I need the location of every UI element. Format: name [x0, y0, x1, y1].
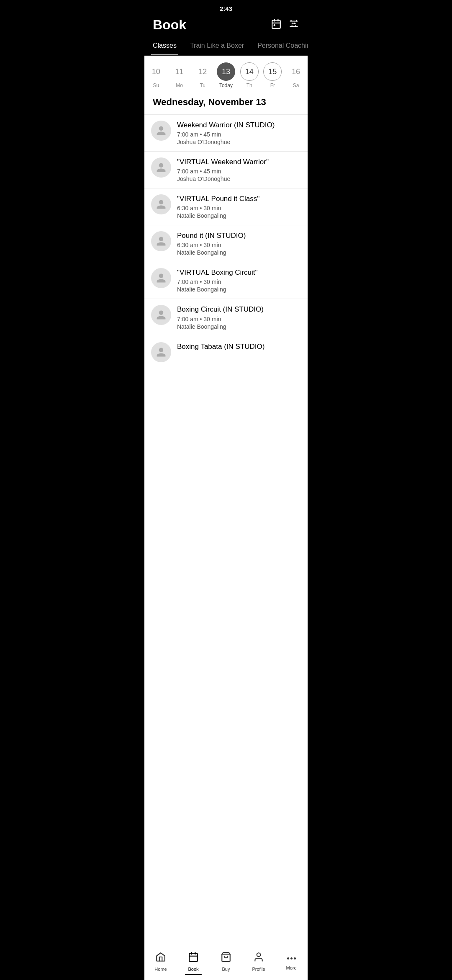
date-14[interactable]: 14 Th — [239, 62, 259, 88]
calendar-icon[interactable] — [271, 18, 282, 32]
date-12[interactable]: 12 Tu — [193, 62, 213, 88]
class-item[interactable]: "VIRTUAL Boxing Circuit" 7:00 am • 30 mi… — [144, 262, 308, 299]
buy-icon — [221, 952, 231, 965]
avatar — [151, 231, 171, 251]
nav-book-label: Book — [188, 967, 198, 972]
date-13[interactable]: 13 Today — [216, 62, 236, 88]
class-list: Weekend Warrior (IN STUDIO) 7:00 am • 45… — [144, 114, 308, 368]
class-item[interactable]: Weekend Warrior (IN STUDIO) 7:00 am • 45… — [144, 114, 308, 151]
svg-point-4 — [274, 25, 275, 26]
nav-home-label: Home — [154, 967, 167, 972]
nav-profile[interactable]: Profile — [242, 952, 275, 972]
more-icon — [287, 953, 296, 964]
home-icon — [155, 952, 166, 965]
page-title: Book — [153, 17, 186, 33]
date-16[interactable]: 16 Sa — [286, 62, 306, 88]
tab-train-like-boxer[interactable]: Train Like a Boxer — [188, 38, 246, 55]
book-icon — [188, 952, 199, 965]
status-bar: 2:43 — [144, 0, 308, 14]
main-content: 10 Su 11 Mo 12 Tu 13 Today 14 Th 15 Fr 1… — [144, 56, 308, 960]
filter-icon[interactable] — [288, 18, 299, 32]
date-15[interactable]: 15 Fr — [262, 62, 282, 88]
class-item[interactable]: Pound it (IN STUDIO) 6:30 am • 30 min Na… — [144, 225, 308, 262]
bottom-navigation: Home Book Buy — [144, 948, 308, 980]
avatar — [151, 305, 171, 325]
date-10[interactable]: 10 Su — [146, 62, 166, 88]
nav-book[interactable]: Book — [177, 952, 210, 972]
avatar — [151, 194, 171, 214]
nav-more[interactable]: More — [275, 953, 308, 970]
svg-rect-0 — [272, 20, 280, 28]
avatar — [151, 121, 171, 141]
nav-buy-label: Buy — [222, 967, 230, 972]
svg-rect-14 — [189, 953, 198, 962]
nav-buy[interactable]: Buy — [210, 952, 242, 972]
class-item[interactable]: Boxing Tabata (IN STUDIO) — [144, 336, 308, 368]
date-11[interactable]: 11 Mo — [170, 62, 190, 88]
header-actions — [271, 18, 299, 32]
svg-point-19 — [257, 953, 261, 957]
nav-profile-label: Profile — [252, 967, 265, 972]
avatar — [151, 157, 171, 178]
class-item[interactable]: "VIRTUAL Weekend Warrior" 7:00 am • 45 m… — [144, 151, 308, 188]
selected-date-heading: Wednesday, November 13 — [144, 92, 308, 114]
class-item[interactable]: "VIRTUAL Pound it Class" 6:30 am • 30 mi… — [144, 188, 308, 225]
tab-classes[interactable]: Classes — [151, 38, 178, 55]
class-item[interactable]: Boxing Circuit (IN STUDIO) 7:00 am • 30 … — [144, 299, 308, 335]
header: Book — [144, 14, 308, 38]
avatar — [151, 342, 171, 362]
nav-more-label: More — [286, 965, 296, 970]
tab-personal-coaching[interactable]: Personal Coaching — [256, 38, 308, 55]
nav-home[interactable]: Home — [144, 952, 177, 972]
status-time: 2:43 — [220, 5, 232, 12]
date-picker: 10 Su 11 Mo 12 Tu 13 Today 14 Th 15 Fr 1… — [144, 56, 308, 92]
tabs-container: Classes Train Like a Boxer Personal Coac… — [144, 38, 308, 56]
profile-icon — [253, 952, 264, 965]
avatar — [151, 268, 171, 288]
